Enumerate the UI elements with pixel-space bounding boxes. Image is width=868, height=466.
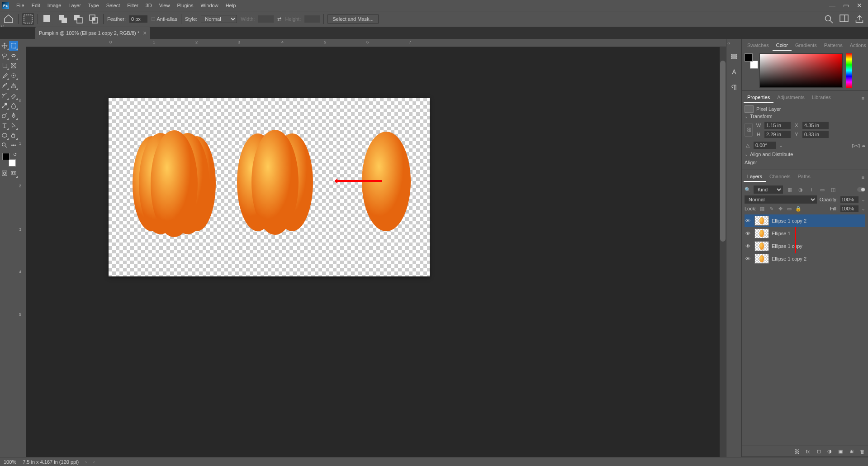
angle-field[interactable] bbox=[754, 142, 776, 149]
eraser-tool[interactable] bbox=[9, 90, 18, 100]
spot-heal-tool[interactable] bbox=[9, 71, 18, 81]
lock-transparent-button[interactable]: ▦ bbox=[759, 206, 765, 212]
marquee-tool[interactable] bbox=[9, 41, 18, 51]
style-select[interactable]: Normal bbox=[201, 15, 237, 23]
layers-panel-menu[interactable]: ≡ bbox=[860, 173, 866, 182]
menu-filter[interactable]: Filter bbox=[123, 0, 142, 11]
brush-tool[interactable] bbox=[0, 81, 9, 90]
lock-artboard-button[interactable]: ▭ bbox=[786, 206, 792, 212]
layer-row[interactable]: 👁 Ellipse 1 copy 2 bbox=[745, 252, 865, 265]
filter-shape-icon[interactable]: ▭ bbox=[818, 185, 826, 194]
transform-section-header[interactable]: ⌄Transform bbox=[745, 113, 865, 120]
crop-tool[interactable] bbox=[0, 61, 9, 71]
menu-view[interactable]: View bbox=[156, 0, 174, 11]
select-and-mask-button[interactable]: Select and Mask... bbox=[327, 14, 379, 24]
frame-tool[interactable] bbox=[9, 61, 18, 71]
clone-stamp-tool[interactable] bbox=[9, 81, 18, 90]
vertical-scrollbar[interactable] bbox=[720, 47, 726, 457]
angle-dropdown-icon[interactable]: ⌄ bbox=[779, 143, 783, 148]
path-select-tool[interactable] bbox=[9, 120, 18, 130]
blend-mode-select[interactable]: Normal bbox=[745, 195, 817, 204]
tab-color[interactable]: Color bbox=[773, 41, 792, 51]
tab-properties[interactable]: Properties bbox=[744, 93, 773, 103]
layer-row[interactable]: 👁 Ellipse 1 copy 2 bbox=[745, 214, 865, 227]
layer-style-button[interactable]: fx bbox=[805, 449, 811, 454]
layer-thumbnail[interactable] bbox=[754, 228, 769, 238]
gradient-tool[interactable] bbox=[0, 100, 9, 110]
subtract-selection-button[interactable] bbox=[72, 13, 84, 25]
layer-row[interactable]: 👁 Ellipse 1 bbox=[745, 227, 865, 240]
tab-adjustments[interactable]: Adjustments bbox=[773, 93, 808, 103]
more-tools[interactable] bbox=[9, 140, 18, 150]
share-button[interactable] bbox=[854, 13, 865, 25]
color-panel-chips[interactable] bbox=[745, 53, 758, 69]
selection-tool[interactable] bbox=[9, 51, 18, 61]
height-field[interactable] bbox=[764, 131, 791, 138]
layer-filter-kind[interactable]: Kind bbox=[754, 185, 783, 194]
menu-image[interactable]: Image bbox=[44, 0, 65, 11]
blur-tool[interactable] bbox=[9, 100, 18, 110]
fill-input[interactable] bbox=[840, 205, 859, 212]
history-brush-tool[interactable] bbox=[0, 90, 9, 100]
foreground-color-chip[interactable] bbox=[2, 153, 9, 160]
group-button[interactable]: ▣ bbox=[837, 448, 844, 454]
tab-gradients[interactable]: Gradients bbox=[792, 41, 821, 51]
menu-type[interactable]: Type bbox=[85, 0, 103, 11]
pen-tool[interactable] bbox=[9, 110, 18, 120]
color-chips[interactable]: ↺ bbox=[1, 152, 17, 167]
tab-paths[interactable]: Paths bbox=[794, 172, 814, 182]
tab-libraries[interactable]: Libraries bbox=[808, 93, 835, 103]
filter-toggle[interactable] bbox=[857, 187, 865, 192]
window-close-button[interactable]: ✕ bbox=[853, 0, 866, 11]
search-button[interactable] bbox=[823, 13, 835, 25]
visibility-toggle[interactable]: 👁 bbox=[745, 231, 752, 236]
tab-channels[interactable]: Channels bbox=[766, 172, 794, 182]
window-maximize-button[interactable]: ▭ bbox=[839, 0, 853, 11]
character-panel-icon[interactable] bbox=[730, 68, 738, 76]
menu-window[interactable]: Window bbox=[197, 0, 222, 11]
eyedropper-tool[interactable] bbox=[0, 71, 9, 81]
layer-thumbnail[interactable] bbox=[754, 216, 769, 226]
zoom-level[interactable]: 100% bbox=[4, 459, 16, 465]
dodge-tool[interactable] bbox=[0, 110, 9, 120]
lock-position-button[interactable]: ✥ bbox=[777, 206, 783, 212]
tab-layers[interactable]: Layers bbox=[744, 172, 766, 182]
lock-pixels-button[interactable]: ✎ bbox=[768, 206, 774, 212]
delete-layer-button[interactable]: 🗑 bbox=[859, 449, 865, 454]
fill-dropdown-icon[interactable]: ⌄ bbox=[861, 206, 865, 212]
menu-file[interactable]: File bbox=[13, 0, 28, 11]
opacity-input[interactable] bbox=[840, 196, 859, 203]
menu-layer[interactable]: Layer bbox=[65, 0, 85, 11]
menu-plugins[interactable]: Plugins bbox=[173, 0, 197, 11]
layer-thumbnail[interactable] bbox=[754, 254, 769, 264]
width-field[interactable] bbox=[764, 122, 791, 129]
expand-panels-icon[interactable]: ‹‹ bbox=[727, 41, 730, 46]
status-next[interactable]: › bbox=[85, 459, 87, 465]
feather-input[interactable] bbox=[129, 15, 147, 23]
new-layer-button[interactable]: ⊞ bbox=[848, 448, 854, 454]
document-tab[interactable]: Pumpkin @ 100% (Ellipse 1 copy 2, RGB/8)… bbox=[35, 27, 150, 39]
visibility-toggle[interactable]: 👁 bbox=[745, 256, 752, 262]
layer-row[interactable]: 👁 Ellipse 1 copy bbox=[745, 240, 865, 252]
status-prev[interactable]: ‹ bbox=[93, 459, 95, 465]
type-tool[interactable] bbox=[0, 120, 9, 130]
history-panel-icon[interactable] bbox=[730, 53, 738, 61]
tab-swatches[interactable]: Swatches bbox=[744, 41, 773, 51]
paragraph-panel-icon[interactable] bbox=[730, 84, 738, 92]
artboard[interactable] bbox=[109, 98, 430, 276]
tab-actions[interactable]: Actions bbox=[846, 41, 868, 51]
filter-type-icon[interactable]: T bbox=[807, 185, 816, 194]
close-tab-button[interactable]: × bbox=[143, 27, 147, 39]
shape-tool[interactable] bbox=[0, 130, 9, 140]
link-layers-button[interactable]: ⛓ bbox=[794, 449, 800, 454]
color-field[interactable] bbox=[759, 53, 843, 88]
move-tool[interactable] bbox=[0, 41, 9, 51]
align-section-header[interactable]: ⌄Align and Distribute bbox=[745, 151, 865, 158]
flip-horizontal-button[interactable]: ▷◁ bbox=[852, 143, 859, 148]
vertical-ruler[interactable]: 0 1 2 3 4 5 bbox=[18, 47, 26, 457]
filter-smart-icon[interactable]: ◫ bbox=[829, 185, 837, 194]
visibility-toggle[interactable]: 👁 bbox=[745, 218, 752, 223]
quick-mask-button[interactable] bbox=[0, 168, 9, 178]
filter-adjust-icon[interactable]: ◑ bbox=[797, 185, 805, 194]
link-dimensions-button[interactable]: ⛓ bbox=[745, 123, 753, 137]
